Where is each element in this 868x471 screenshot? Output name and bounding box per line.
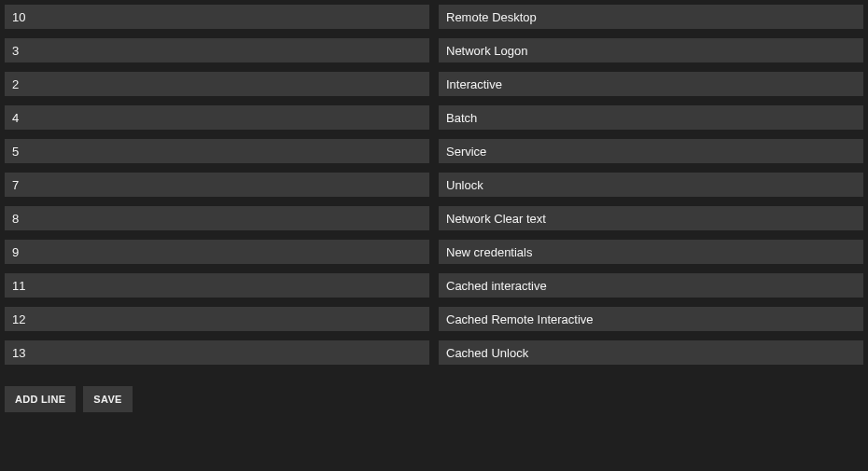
table-row	[5, 168, 863, 201]
label-input[interactable]	[439, 273, 863, 298]
table-row	[5, 34, 863, 67]
label-input[interactable]	[439, 340, 863, 365]
code-input[interactable]	[5, 105, 429, 130]
code-input[interactable]	[5, 139, 429, 163]
code-input[interactable]	[5, 340, 429, 365]
table-row	[5, 0, 863, 34]
code-input[interactable]	[5, 72, 429, 96]
table-row	[5, 302, 863, 336]
label-input[interactable]	[439, 173, 863, 197]
code-input[interactable]	[5, 5, 429, 29]
code-input[interactable]	[5, 273, 429, 298]
label-input[interactable]	[439, 5, 863, 29]
save-button[interactable]: SAVE	[83, 386, 132, 412]
mapping-table	[0, 0, 868, 369]
code-input[interactable]	[5, 307, 429, 331]
table-row	[5, 67, 863, 101]
label-input[interactable]	[439, 38, 863, 62]
code-input[interactable]	[5, 173, 429, 197]
table-row	[5, 201, 863, 235]
table-row	[5, 269, 863, 302]
code-input[interactable]	[5, 206, 429, 230]
add-line-button[interactable]: ADD LINE	[5, 386, 76, 412]
label-input[interactable]	[439, 105, 863, 130]
label-input[interactable]	[439, 240, 863, 264]
table-row	[5, 101, 863, 134]
code-input[interactable]	[5, 38, 429, 62]
label-input[interactable]	[439, 72, 863, 96]
code-input[interactable]	[5, 240, 429, 264]
action-bar: ADD LINE SAVE	[0, 369, 868, 412]
table-row	[5, 336, 863, 369]
label-input[interactable]	[439, 307, 863, 331]
table-row	[5, 235, 863, 269]
label-input[interactable]	[439, 206, 863, 230]
label-input[interactable]	[439, 139, 863, 163]
table-row	[5, 134, 863, 168]
